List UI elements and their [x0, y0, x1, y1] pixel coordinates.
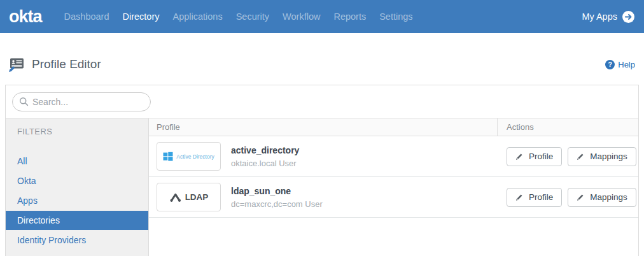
ldap-logo: LDAP: [157, 183, 221, 211]
help-icon: ?: [605, 60, 615, 69]
profile-button[interactable]: Profile: [507, 147, 562, 166]
profile-button[interactable]: Profile: [507, 188, 562, 207]
my-apps-label: My Apps: [582, 11, 617, 22]
button-label: Profile: [529, 152, 553, 161]
nav-item-applications[interactable]: Applications: [172, 11, 222, 22]
mappings-button[interactable]: Mappings: [568, 188, 636, 207]
column-header-profile: Profile: [149, 122, 497, 132]
profile-title: ldap_sun_one: [231, 186, 323, 196]
profile-info: ldap_sun_one dc=maxcrc,dc=com User: [231, 186, 323, 209]
nav-item-workflow[interactable]: Workflow: [283, 11, 320, 22]
help-label: Help: [618, 60, 635, 69]
help-link[interactable]: ? Help: [605, 60, 635, 69]
profile-editor-panel: FILTERS All Okta Apps Directories Identi…: [5, 85, 639, 256]
filter-all[interactable]: All: [6, 152, 148, 171]
filters-sidebar: FILTERS All Okta Apps Directories Identi…: [6, 118, 149, 256]
nav-item-security[interactable]: Security: [236, 11, 269, 22]
row-actions: Profile Mappings: [497, 188, 638, 207]
nav-item-reports[interactable]: Reports: [333, 11, 366, 22]
my-apps-button[interactable]: My Apps: [582, 11, 634, 23]
nav-item-settings[interactable]: Settings: [379, 11, 412, 22]
profile-title: active_directory: [231, 145, 299, 155]
filter-identity-providers[interactable]: Identity Providers: [6, 231, 148, 250]
nav-item-dashboard[interactable]: Dashboard: [64, 11, 109, 22]
ldap-icon: [169, 192, 182, 203]
search-input[interactable]: [32, 97, 137, 107]
pencil-icon: [577, 152, 585, 160]
button-label: Profile: [529, 192, 553, 202]
okta-logo[interactable]: okta: [9, 7, 42, 27]
button-label: Mappings: [590, 152, 627, 161]
nav-item-directory[interactable]: Directory: [122, 11, 159, 22]
button-label: Mappings: [590, 192, 627, 202]
profile-subtitle: oktaice.local User: [231, 159, 299, 168]
pencil-icon: [577, 193, 585, 201]
filter-apps[interactable]: Apps: [6, 191, 148, 210]
filter-okta[interactable]: Okta: [6, 171, 148, 190]
column-header-actions: Actions: [497, 118, 638, 136]
page-title: Profile Editor: [32, 57, 101, 71]
pencil-icon: [515, 152, 524, 160]
search-box[interactable]: [12, 92, 151, 111]
active-directory-logo-label: Active Directory: [176, 153, 214, 160]
filter-directories[interactable]: Directories: [6, 211, 148, 230]
search-icon: [19, 97, 29, 106]
ldap-logo-label: LDAP: [185, 192, 209, 202]
table-row-ldap: LDAP ldap_sun_one dc=maxcrc,dc=com User …: [149, 177, 638, 218]
profile-subtitle: dc=maxcrc,dc=com User: [231, 199, 323, 209]
panel-body: FILTERS All Okta Apps Directories Identi…: [6, 118, 638, 256]
profile-editor-icon: [8, 57, 25, 73]
primary-nav: Dashboard Directory Applications Securit…: [64, 11, 413, 22]
top-navbar: okta Dashboard Directory Applications Se…: [0, 0, 644, 33]
pencil-icon: [515, 193, 524, 201]
active-directory-logo: Active Directory: [157, 142, 221, 171]
profile-info: active_directory oktaice.local User: [231, 145, 299, 168]
profiles-table: Profile Actions Active Directory active_…: [149, 118, 638, 256]
arrow-right-icon: [622, 11, 634, 23]
table-row-active-directory: Active Directory active_directory oktaic…: [149, 136, 638, 177]
filters-heading: FILTERS: [6, 127, 148, 136]
table-header: Profile Actions: [149, 118, 638, 136]
row-actions: Profile Mappings: [497, 147, 638, 166]
windows-icon: [163, 152, 173, 161]
mappings-button[interactable]: Mappings: [568, 147, 636, 166]
page-header: Profile Editor ? Help: [8, 56, 635, 73]
search-bar-row: [6, 85, 638, 118]
